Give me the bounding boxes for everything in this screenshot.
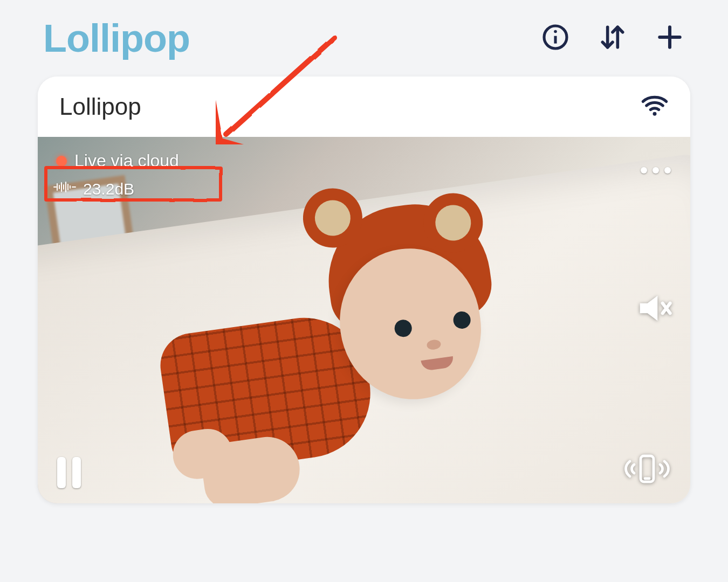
svg-point-2 xyxy=(554,30,557,33)
pause-button[interactable] xyxy=(57,457,81,488)
decibel-row: 23.2dB xyxy=(53,179,187,198)
video-feed[interactable]: Live via cloud xyxy=(38,137,690,503)
header-actions xyxy=(540,22,685,54)
camera-card: Lollipop xyxy=(38,77,690,503)
app-logo: Lollipop xyxy=(43,16,190,60)
camera-card-header[interactable]: Lollipop xyxy=(38,77,690,137)
camera-name-label: Lollipop xyxy=(59,93,141,120)
live-status-label: Live via cloud xyxy=(74,151,179,171)
live-status-badge: Live via cloud xyxy=(56,151,179,171)
waveform-icon xyxy=(53,179,77,198)
plus-icon[interactable] xyxy=(655,22,685,54)
mute-button[interactable] xyxy=(637,293,675,325)
video-overlay-top-left: Live via cloud xyxy=(53,148,187,198)
app-header: Lollipop xyxy=(0,0,728,66)
sort-icon[interactable] xyxy=(597,22,628,54)
svg-point-7 xyxy=(653,112,657,116)
more-options-button[interactable] xyxy=(641,167,671,174)
push-to-talk-button[interactable] xyxy=(623,452,671,488)
decibel-value: 23.2dB xyxy=(83,180,134,198)
video-overlay-bottom xyxy=(38,436,690,503)
info-icon[interactable] xyxy=(540,22,571,54)
wifi-icon xyxy=(641,92,669,122)
live-dot-icon xyxy=(56,156,67,167)
